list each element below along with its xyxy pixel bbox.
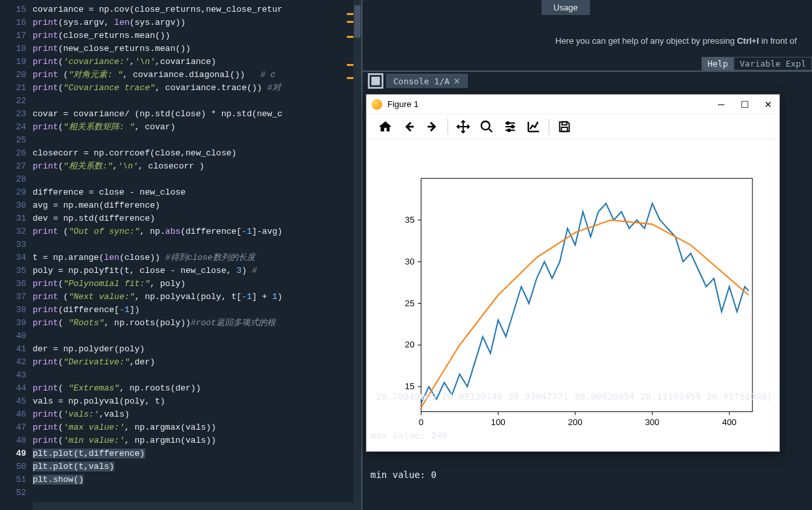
help-title-tab: Usage (541, 0, 591, 15)
scrollbar-thumb[interactable] (354, 5, 361, 38)
tab-help[interactable]: Help (702, 57, 734, 71)
help-panel: Usage Here you can get help of any objec… (363, 0, 812, 72)
svg-rect-6 (562, 121, 566, 125)
console-line: 20.70949009 20.09120148 20.99047771 20.9… (370, 390, 804, 403)
code-editor[interactable]: covariance = np.cov(close_returns,new_cl… (33, 0, 361, 510)
svg-point-3 (507, 121, 510, 124)
pan-icon[interactable] (452, 117, 474, 136)
right-panel: Usage Here you can get help of any objec… (363, 0, 812, 510)
line-number-gutter: 1516171819202122232425262728293031323334… (0, 0, 33, 510)
editor-scrollbar-horizontal[interactable] (33, 502, 353, 510)
svg-point-2 (481, 121, 490, 129)
console-panel: Console 1/A ✕ Figure 1 ─ ☐ ✕ (363, 72, 812, 510)
back-icon[interactable] (398, 117, 420, 136)
console-options-icon[interactable] (366, 73, 385, 89)
help-text: Here you can get help of any object by p… (555, 36, 797, 46)
console-header: Console 1/A ✕ (363, 72, 812, 90)
editor-panel: 1516171819202122232425262728293031323334… (0, 0, 363, 510)
figure-titlebar[interactable]: Figure 1 ─ ☐ ✕ (366, 95, 779, 114)
svg-rect-7 (561, 127, 567, 131)
minimize-button[interactable]: ─ (715, 99, 727, 110)
svg-point-4 (512, 125, 514, 128)
figure-app-icon (372, 99, 382, 110)
edit-axes-icon[interactable] (523, 117, 545, 136)
console-output[interactable]: 20.70949009 20.09120148 20.99047771 20.9… (363, 361, 812, 510)
tab-variable-explorer[interactable]: Variable Expl (734, 57, 812, 71)
svg-rect-1 (372, 78, 380, 85)
zoom-icon[interactable] (476, 117, 498, 136)
help-panel-tabs: Help Variable Expl (702, 57, 812, 71)
svg-text:25: 25 (405, 298, 415, 308)
console-tab[interactable]: Console 1/A ✕ (386, 74, 468, 88)
console-line: max value: 246 (370, 429, 804, 442)
figure-toolbar (366, 114, 779, 139)
editor-marker-bar (347, 0, 353, 510)
svg-text:30: 30 (405, 257, 415, 266)
maximize-button[interactable]: ☐ (739, 99, 751, 110)
console-tab-label: Console 1/A (393, 76, 449, 86)
forward-icon[interactable] (421, 117, 444, 136)
svg-text:20: 20 (405, 340, 415, 349)
home-icon[interactable] (374, 117, 397, 136)
configure-icon[interactable] (499, 117, 521, 136)
svg-point-5 (508, 129, 510, 131)
figure-title: Figure 1 (387, 99, 715, 109)
close-icon[interactable]: ✕ (453, 76, 461, 86)
close-button[interactable]: ✕ (762, 99, 774, 110)
svg-text:35: 35 (405, 215, 415, 225)
console-line: min value: 0 (370, 468, 804, 481)
save-icon[interactable] (553, 117, 576, 136)
editor-scrollbar-vertical[interactable] (353, 0, 361, 510)
